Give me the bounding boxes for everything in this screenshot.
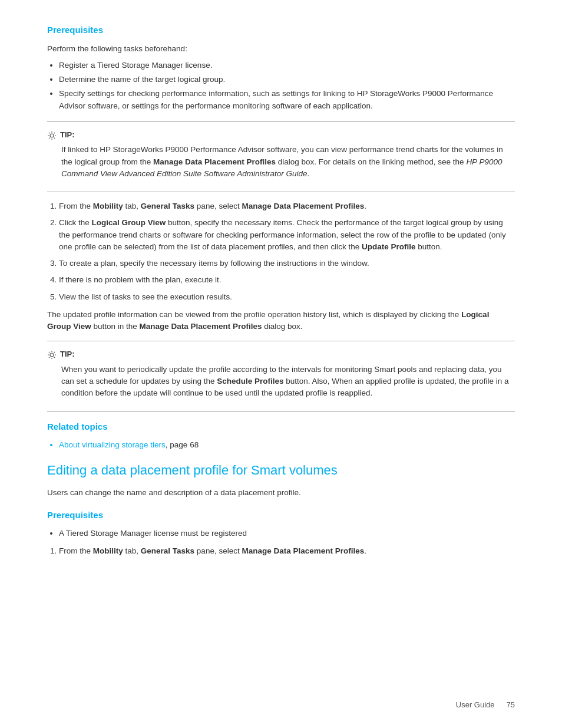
prereq2-bullets: A Tiered Storage Manager license must be… [59, 528, 515, 539]
prerequisites-title-2: Prerequisites [47, 509, 515, 522]
svg-point-9 [50, 353, 54, 357]
prereq2-bullet-1: A Tiered Storage Manager license must be… [59, 528, 515, 539]
prereq-bullet-3: Specify settings for checking performanc… [59, 88, 515, 112]
tip-2-label-text: TIP: [60, 348, 75, 360]
svg-point-0 [50, 134, 54, 137]
tip-box-1: TIP: If linked to HP StorageWorks P9000 … [47, 121, 515, 192]
step-1: From the Mobility tab, General Tasks pan… [59, 200, 515, 212]
prerequisites-title-1: Prerequisites [47, 24, 515, 37]
footer-label: User Guide [456, 699, 495, 711]
section-2-block: Editing a data placement profile for Sma… [47, 460, 515, 499]
footer-page: 75 [507, 699, 515, 711]
svg-line-7 [54, 132, 55, 133]
tip-sun-icon-2 [47, 350, 57, 360]
svg-line-8 [49, 137, 49, 138]
tip-1-label-text: TIP: [60, 129, 75, 141]
prereq-bullets: Register a Tiered Storage Manager licens… [59, 60, 515, 112]
tip-sun-icon-1 [47, 131, 57, 140]
step-4: If there is no problem with the plan, ex… [59, 274, 515, 286]
related-topics-title: Related topics [47, 420, 515, 434]
svg-line-5 [49, 132, 49, 133]
step-2: Click the Logical Group View button, spe… [59, 217, 515, 253]
related-link-1[interactable]: About virtualizing storage tiers [59, 440, 166, 449]
after-steps-text: The updated profile information can be v… [47, 309, 515, 333]
prereq2-step-1: From the Mobility tab, General Tasks pan… [59, 545, 515, 557]
step-3: To create a plan, specify the necessary … [59, 258, 515, 269]
prereq-intro: Perform the following tasks beforehand: [47, 43, 515, 55]
numbered-steps-1: From the Mobility tab, General Tasks pan… [59, 200, 515, 303]
related-item-1: About virtualizing storage tiers, page 6… [59, 439, 515, 451]
prereq2-steps: From the Mobility tab, General Tasks pan… [59, 545, 515, 557]
related-topics-section: Related topics About virtualizing storag… [47, 420, 515, 452]
prerequisites-section-1: Prerequisites Perform the following task… [47, 24, 515, 112]
tip-2-content: When you want to periodically update the… [61, 364, 515, 400]
page: Prerequisites Perform the following task… [0, 0, 562, 728]
svg-line-17 [49, 357, 49, 358]
svg-line-16 [54, 352, 55, 353]
svg-line-6 [54, 137, 55, 138]
prerequisites-section-2: Prerequisites A Tiered Storage Manager l… [47, 509, 515, 558]
related-suffix-1: , page 68 [166, 440, 199, 449]
prereq-bullet-1: Register a Tiered Storage Manager licens… [59, 60, 515, 71]
step-5: View the list of tasks to see the execut… [59, 291, 515, 303]
chapter-title-2: Editing a data placement profile for Sma… [47, 460, 515, 480]
tip-1-content: If linked to HP StorageWorks P9000 Perfo… [61, 144, 515, 180]
svg-line-15 [54, 357, 55, 358]
tip-box-2: TIP: When you want to periodically updat… [47, 341, 515, 411]
section2-intro: Users can change the name and descriptio… [47, 487, 515, 499]
tip-label-2: TIP: [47, 348, 515, 360]
related-list: About virtualizing storage tiers, page 6… [59, 439, 515, 451]
footer: User Guide 75 [456, 699, 515, 711]
prereq-bullet-2: Determine the name of the target logical… [59, 74, 515, 85]
svg-line-14 [49, 352, 49, 353]
tip-label-1: TIP: [47, 129, 515, 141]
